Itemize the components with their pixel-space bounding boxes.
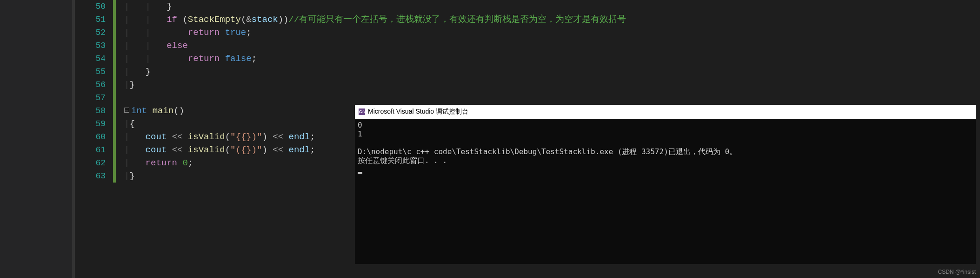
console-cursor-line xyxy=(358,165,973,174)
code-line[interactable]: | } xyxy=(124,65,980,78)
line-number: 57 xyxy=(75,91,113,104)
code-line[interactable]: | | return true; xyxy=(124,26,980,39)
console-line: D:\nodeput\c c++ code\TestStacklib\Debug… xyxy=(358,147,973,156)
visual-studio-icon: C:\ xyxy=(359,108,365,115)
code-line[interactable]: | | else xyxy=(124,39,980,52)
line-number: 63 xyxy=(75,170,113,183)
code-line[interactable]: |} xyxy=(124,78,980,91)
line-number: 60 xyxy=(75,130,113,143)
code-line[interactable]: | | return false; xyxy=(124,52,980,65)
line-number: 56 xyxy=(75,78,113,91)
cursor-icon xyxy=(358,172,362,174)
activity-sidebar xyxy=(0,0,72,278)
code-line[interactable] xyxy=(124,91,980,104)
line-number: 55 xyxy=(75,65,113,78)
line-number: 59 xyxy=(75,117,113,130)
line-number: 58 xyxy=(75,104,113,117)
line-number-gutter: 50 51 52 53 54 55 56 57 58 59 60 61 62 6… xyxy=(75,0,113,278)
code-line[interactable]: | | } xyxy=(124,0,980,13)
line-number: 50 xyxy=(75,0,113,13)
console-titlebar[interactable]: C:\ Microsoft Visual Studio 调试控制台 xyxy=(355,105,976,119)
line-number: 62 xyxy=(75,156,113,170)
console-line: 按任意键关闭此窗口. . . xyxy=(358,156,973,165)
line-number: 51 xyxy=(75,13,113,26)
console-line: 1 xyxy=(358,129,973,138)
debug-console-window[interactable]: C:\ Microsoft Visual Studio 调试控制台 0 1 D:… xyxy=(355,105,976,264)
change-marker-column xyxy=(113,0,124,278)
fold-icon[interactable] xyxy=(124,108,129,113)
watermark: CSDN @*insist xyxy=(938,269,976,275)
console-line xyxy=(358,138,973,147)
line-number: 53 xyxy=(75,39,113,52)
console-output[interactable]: 0 1 D:\nodeput\c c++ code\TestStacklib\D… xyxy=(355,119,976,176)
code-line[interactable]: | | if (StackEmpty(&stack))//有可能只有一个左括号，… xyxy=(124,13,980,26)
line-number: 54 xyxy=(75,52,113,65)
line-number: 61 xyxy=(75,143,113,156)
line-number: 52 xyxy=(75,26,113,39)
console-line: 0 xyxy=(358,121,973,129)
console-title: Microsoft Visual Studio 调试控制台 xyxy=(368,108,468,116)
modified-marker xyxy=(113,0,116,183)
